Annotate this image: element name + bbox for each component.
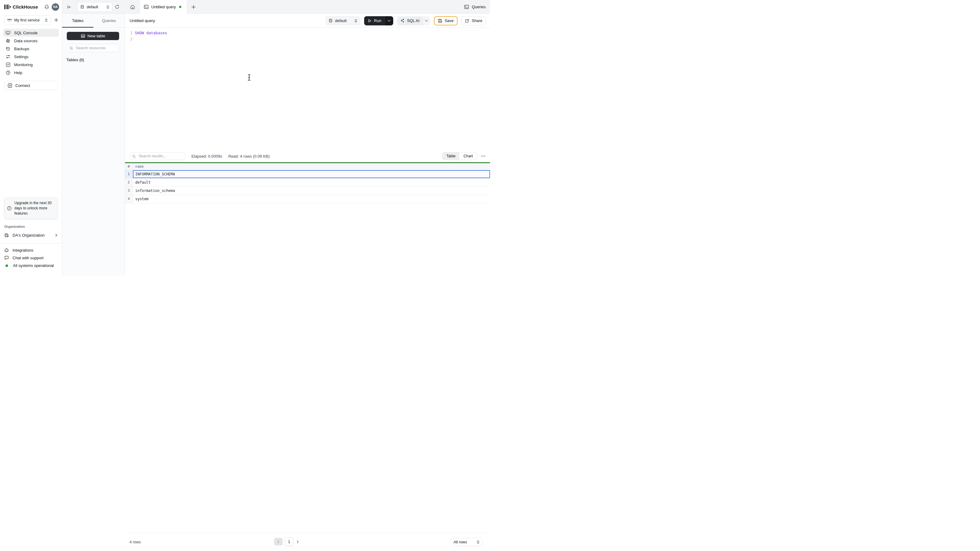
collapse-panel-icon[interactable] — [67, 0, 72, 14]
run-button-group: Run — [364, 16, 393, 25]
chat-icon — [4, 256, 9, 260]
share-icon — [465, 19, 469, 23]
row-value[interactable]: information_schema — [133, 186, 490, 195]
top-tab-strip: default Untitled query Queries — [62, 0, 490, 14]
chevron-down-icon — [425, 20, 428, 22]
clock-icon — [7, 206, 12, 211]
service-name: My first service — [14, 18, 42, 22]
query-database-selector[interactable]: default — [326, 16, 360, 25]
run-options-caret[interactable] — [385, 16, 393, 25]
chevron-updown-icon — [106, 5, 109, 9]
refresh-icon[interactable] — [115, 0, 119, 14]
results-toolbar: Elapsed: 0.0009s Read: 4 rows (0.09 KB) … — [125, 150, 490, 162]
terminal-icon — [464, 5, 469, 9]
results-header-row: # name — [125, 163, 490, 170]
resource-search-input[interactable] — [75, 46, 116, 51]
query-title: Untitled query — [130, 18, 155, 23]
database-icon — [80, 5, 84, 9]
results-panel: Elapsed: 0.0009s Read: 4 rows (0.09 KB) … — [125, 150, 490, 203]
sidebar-item-label: Backups — [14, 46, 29, 51]
organization-section-label: Organization — [4, 225, 57, 229]
results-search[interactable] — [130, 152, 185, 160]
help-icon — [5, 70, 10, 75]
table-row[interactable]: 4 system — [125, 195, 490, 203]
save-icon — [438, 19, 442, 23]
table-row[interactable]: 3 information_schema — [125, 186, 490, 195]
sidebar-item-label: SQL Console — [14, 30, 38, 35]
monitoring-icon — [5, 62, 10, 67]
aws-icon: aws — [7, 18, 12, 22]
resource-search[interactable] — [67, 44, 119, 52]
resource-explorer: Tables Queries New table Tables (0) — [62, 14, 125, 275]
play-icon — [368, 19, 371, 23]
connect-button[interactable]: Connect — [4, 81, 57, 90]
data-sources-icon — [5, 38, 10, 43]
unsaved-dot-icon — [179, 6, 181, 8]
sidebar-item-sql-console[interactable]: SQL Console — [3, 29, 59, 37]
add-service-button[interactable] — [52, 17, 59, 24]
puzzle-icon — [4, 248, 9, 252]
chevron-right-icon — [55, 233, 57, 237]
query-database-value: default — [335, 19, 347, 23]
view-table-button[interactable]: Table — [442, 152, 460, 160]
run-button[interactable]: Run — [364, 16, 385, 25]
sidebar-item-monitoring[interactable]: Monitoring — [3, 60, 59, 68]
column-header-index[interactable]: # — [125, 163, 133, 170]
sparkles-icon — [400, 18, 404, 23]
tab-queries[interactable]: Queries — [94, 14, 125, 27]
sidebar-item-label: Settings — [14, 54, 29, 59]
row-value[interactable]: INFORMATION_SCHEMA — [133, 170, 490, 178]
integrations-link[interactable]: Integrations — [4, 246, 57, 254]
chat-support-label: Chat with support — [13, 256, 43, 260]
sql-code: SHOW databases — [135, 30, 167, 36]
database-icon — [329, 19, 332, 23]
row-value[interactable]: default — [133, 178, 490, 186]
new-table-button[interactable]: New table — [67, 32, 119, 40]
new-table-label: New table — [88, 34, 105, 38]
brand-name: ClickHouse — [13, 4, 38, 10]
save-button[interactable]: Save — [434, 16, 458, 25]
sidebar-item-data-sources[interactable]: Data sources — [3, 37, 59, 45]
upgrade-notice[interactable]: Upgrade in the next 30 days to unlock mo… — [4, 197, 58, 219]
sidebar-item-settings[interactable]: Settings — [3, 52, 59, 60]
chevron-down-icon — [388, 20, 390, 22]
status-label: All systems operational — [13, 263, 54, 268]
queries-button[interactable]: Queries — [464, 0, 486, 14]
chat-support-link[interactable]: Chat with support — [4, 254, 57, 262]
tab-untitled-query[interactable]: Untitled query — [139, 0, 187, 14]
terminal-icon — [144, 5, 148, 9]
text-cursor-icon — [247, 74, 251, 81]
editor-line: 1 SHOW databases — [125, 30, 490, 36]
share-button[interactable]: Share — [461, 16, 486, 25]
sql-editor[interactable]: 1 SHOW databases 2 — [125, 28, 490, 150]
results-search-input[interactable] — [138, 154, 183, 159]
table-row[interactable]: 1 INFORMATION_SCHEMA — [125, 170, 490, 178]
view-chart-button[interactable]: Chart — [460, 152, 477, 160]
row-value[interactable]: system — [133, 195, 490, 203]
run-label: Run — [374, 18, 381, 23]
sql-ai-caret[interactable] — [423, 16, 430, 25]
integrations-label: Integrations — [13, 248, 33, 252]
tab-tables[interactable]: Tables — [62, 14, 94, 27]
sidebar-item-help[interactable]: Help — [3, 68, 59, 76]
home-icon[interactable] — [130, 0, 135, 14]
service-selector[interactable]: aws My first service — [4, 15, 51, 25]
notifications-bell-icon[interactable] — [44, 4, 49, 10]
query-workspace: Untitled query default Run — [125, 14, 490, 275]
queries-label: Queries — [472, 5, 486, 9]
organization-icon — [4, 233, 9, 238]
sidebar-item-backups[interactable]: Backups — [3, 45, 59, 52]
table-row[interactable]: 2 default — [125, 178, 490, 186]
user-avatar[interactable]: DA — [52, 3, 59, 11]
organization-item[interactable]: DA's Organization — [4, 232, 57, 239]
more-options-icon[interactable] — [480, 155, 486, 157]
new-tab-plus-icon[interactable] — [191, 0, 196, 14]
brand-row: ClickHouse DA — [0, 0, 62, 14]
system-status[interactable]: All systems operational — [4, 262, 57, 269]
sidebar: ClickHouse DA aws My first service — [0, 0, 62, 275]
chevron-updown-icon — [45, 18, 48, 22]
chevron-updown-icon — [354, 19, 357, 23]
strip-database-selector[interactable]: default — [77, 2, 112, 12]
sql-ai-button[interactable]: SQL AI — [397, 16, 423, 25]
column-header-name[interactable]: name — [133, 163, 490, 170]
